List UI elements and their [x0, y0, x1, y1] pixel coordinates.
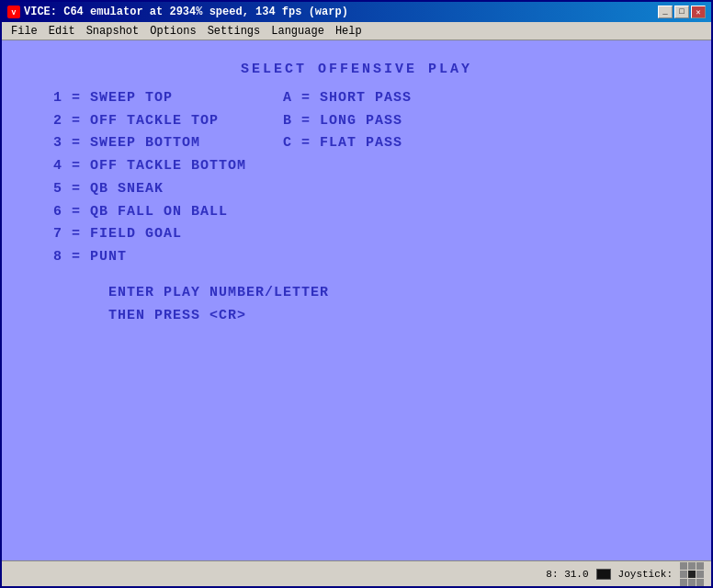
- menu-bar: File Edit Snapshot Options Settings Lang…: [2, 22, 711, 40]
- main-window: V VICE: C64 emulator at 2934% speed, 134…: [0, 0, 713, 588]
- play-b: B = LONG PASS: [283, 110, 412, 133]
- speed-indicator: 8: 31.0: [546, 569, 588, 580]
- plays-right-col: A = SHORT PASS B = LONG PASS C = FLAT PA…: [283, 87, 412, 269]
- joy-cell-center: [688, 571, 696, 578]
- play-2: 2 = OFF TACKLE TOP: [53, 110, 246, 133]
- title-bar: V VICE: C64 emulator at 2934% speed, 134…: [2, 2, 711, 22]
- menu-settings[interactable]: Settings: [202, 23, 266, 40]
- joy-cell-8: [688, 579, 696, 586]
- c64-content: SELECT OFFENSIVE PLAY 1 = SWEEP TOP 2 = …: [53, 59, 660, 327]
- tape-indicator: [596, 569, 611, 580]
- play-7: 7 = FIELD GOAL: [53, 223, 246, 246]
- play-8: 8 = PUNT: [53, 246, 246, 269]
- joy-cell-9: [696, 579, 704, 586]
- menu-language[interactable]: Language: [266, 23, 330, 40]
- prompt-section: ENTER PLAY NUMBER/LETTER THEN PRESS <CR>: [53, 282, 660, 328]
- menu-file[interactable]: File: [6, 23, 43, 40]
- prompt-line-1: ENTER PLAY NUMBER/LETTER: [108, 282, 660, 305]
- joystick-grid: [680, 562, 704, 586]
- minimize-button[interactable]: _: [658, 6, 673, 18]
- play-5: 5 = QB SNEAK: [53, 178, 246, 201]
- joy-cell-7: [680, 579, 687, 586]
- play-4: 4 = OFF TACKLE BOTTOM: [53, 155, 246, 178]
- joy-cell-2: [688, 562, 696, 570]
- joy-cell-4: [680, 571, 687, 578]
- window-title: VICE: C64 emulator at 2934% speed, 134 f…: [24, 6, 348, 18]
- play-selection-heading: SELECT OFFENSIVE PLAY: [53, 59, 660, 82]
- c64-screen: SELECT OFFENSIVE PLAY 1 = SWEEP TOP 2 = …: [2, 40, 711, 560]
- status-bar: 8: 31.0 Joystick:: [2, 560, 711, 586]
- joy-cell-3: [696, 562, 704, 570]
- play-1: 1 = SWEEP TOP: [53, 87, 246, 110]
- joystick-label: Joystick:: [618, 569, 673, 580]
- play-3: 3 = SWEEP BOTTOM: [53, 132, 246, 155]
- menu-edit[interactable]: Edit: [43, 23, 81, 40]
- maximize-button[interactable]: □: [674, 6, 689, 18]
- plays-container: 1 = SWEEP TOP 2 = OFF TACKLE TOP 3 = SWE…: [53, 87, 660, 269]
- play-6: 6 = QB FALL ON BALL: [53, 201, 246, 224]
- joy-cell-6: [696, 571, 704, 578]
- close-button[interactable]: ✕: [691, 6, 706, 18]
- menu-options[interactable]: Options: [144, 23, 201, 40]
- title-bar-left: V VICE: C64 emulator at 2934% speed, 134…: [7, 6, 348, 18]
- menu-help[interactable]: Help: [330, 23, 368, 40]
- menu-snapshot[interactable]: Snapshot: [81, 23, 145, 40]
- prompt-line-2: THEN PRESS <CR>: [108, 305, 660, 328]
- window-controls: _ □ ✕: [658, 6, 706, 18]
- plays-left-col: 1 = SWEEP TOP 2 = OFF TACKLE TOP 3 = SWE…: [53, 87, 246, 269]
- play-a: A = SHORT PASS: [283, 87, 412, 110]
- joy-cell-1: [680, 562, 687, 570]
- app-icon: V: [7, 6, 20, 18]
- play-c: C = FLAT PASS: [283, 132, 412, 155]
